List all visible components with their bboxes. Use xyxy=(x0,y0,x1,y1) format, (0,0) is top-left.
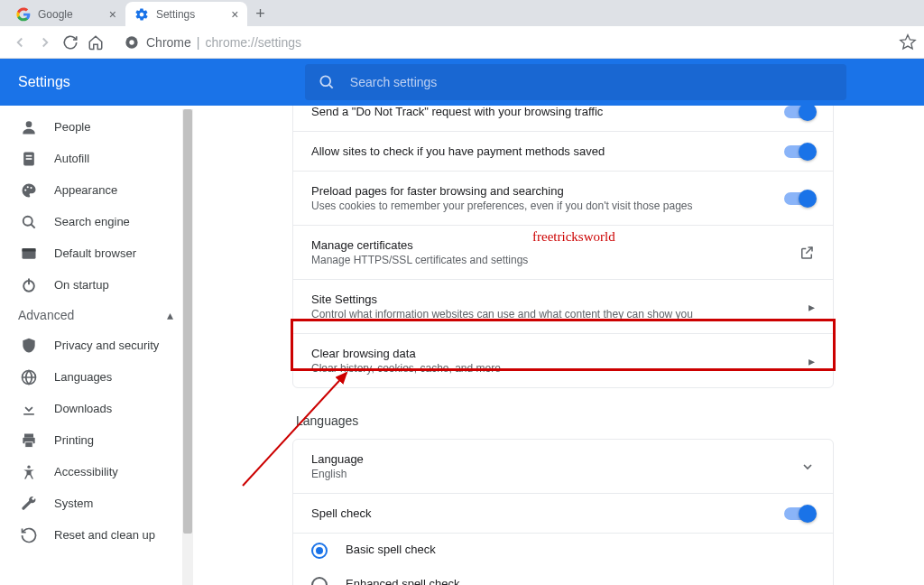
restore-icon xyxy=(20,526,38,544)
forward-button[interactable] xyxy=(32,30,58,55)
sidebar-item-label: System xyxy=(54,497,93,510)
sidebar-item-printing[interactable]: Printing xyxy=(0,424,193,456)
sidebar-item-label: On startup xyxy=(54,278,109,292)
chevron-right-icon: ▸ xyxy=(808,354,815,368)
search-icon xyxy=(20,213,38,231)
row-preload-pages[interactable]: Preload pages for faster browsing and se… xyxy=(293,172,833,226)
sidebar-item-accessibility[interactable]: Accessibility xyxy=(0,456,193,488)
sidebar-item-people[interactable]: People xyxy=(0,111,193,143)
browser-toolbar: Chrome | chrome://settings xyxy=(0,26,924,59)
sidebar-section-advanced[interactable]: Advanced ▴ xyxy=(0,301,193,330)
svg-point-1 xyxy=(129,40,134,44)
radio-label: Basic spell check xyxy=(346,543,436,556)
chevron-right-icon: ▸ xyxy=(808,300,815,314)
toggle-switch[interactable] xyxy=(784,145,815,158)
sidebar-section-label: Advanced xyxy=(18,308,74,322)
sidebar-item-languages[interactable]: Languages xyxy=(0,361,193,393)
sidebar-item-downloads[interactable]: Downloads xyxy=(0,393,193,424)
sidebar-item-system[interactable]: System xyxy=(0,488,193,519)
row-site-settings[interactable]: Site Settings Control what information w… xyxy=(293,280,833,334)
radio-button[interactable] xyxy=(311,577,328,585)
close-icon[interactable]: × xyxy=(109,7,116,22)
radio-enhanced-spell-check[interactable]: Enhanced spell check Uses the same spell… xyxy=(293,568,833,585)
sidebar-item-appearance[interactable]: Appearance xyxy=(0,174,193,206)
settings-sidebar: People Autofill Appearance Search engine… xyxy=(0,106,193,585)
sidebar-item-search-engine[interactable]: Search engine xyxy=(0,206,193,237)
browser-icon xyxy=(20,245,38,263)
sidebar-item-on-startup[interactable]: On startup xyxy=(0,269,193,301)
sidebar-item-label: People xyxy=(54,120,90,134)
svg-point-8 xyxy=(27,186,29,188)
sidebar-scrollbar-thumb[interactable] xyxy=(183,109,192,534)
annotation-watermark: freetricksworld xyxy=(532,229,615,245)
radio-label: Enhanced spell check xyxy=(346,577,723,585)
reload-button[interactable] xyxy=(58,30,83,55)
settings-header: Settings xyxy=(0,59,924,106)
row-language[interactable]: Language English xyxy=(293,440,833,494)
svg-point-9 xyxy=(30,187,32,189)
toggle-switch[interactable] xyxy=(784,192,815,205)
separator: | xyxy=(197,35,200,50)
row-title: Preload pages for faster browsing and se… xyxy=(311,184,773,198)
svg-point-10 xyxy=(23,216,32,225)
search-input[interactable] xyxy=(350,75,834,89)
row-subtitle: Uses cookies to remember your preference… xyxy=(311,200,773,212)
settings-main: Send a "Do Not Track" request with your … xyxy=(193,106,924,585)
sidebar-item-label: Languages xyxy=(54,370,112,384)
toggle-switch[interactable] xyxy=(784,106,815,118)
new-tab-button[interactable]: + xyxy=(247,1,273,26)
accessibility-icon xyxy=(20,463,38,481)
url-text: chrome://settings xyxy=(205,35,301,50)
chrome-word: Chrome xyxy=(146,35,191,50)
page-title: Settings xyxy=(18,74,70,90)
tab-label: Google xyxy=(38,8,73,21)
sidebar-item-label: Reset and clean up xyxy=(54,528,155,542)
search-icon xyxy=(318,73,336,91)
svg-rect-15 xyxy=(23,413,34,415)
palette-icon xyxy=(20,181,38,200)
external-link-icon xyxy=(799,245,815,261)
autofill-icon xyxy=(20,150,38,168)
search-settings[interactable] xyxy=(305,64,846,100)
wrench-icon xyxy=(20,495,38,513)
sidebar-item-reset[interactable]: Reset and clean up xyxy=(0,519,193,551)
row-do-not-track[interactable]: Send a "Do Not Track" request with your … xyxy=(293,106,833,132)
home-button[interactable] xyxy=(83,30,108,55)
row-subtitle: English xyxy=(311,468,790,480)
row-payment-methods[interactable]: Allow sites to check if you have payment… xyxy=(293,132,833,172)
row-title: Clear browsing data xyxy=(311,347,798,360)
sidebar-item-label: Default browser xyxy=(54,246,136,260)
chrome-product-icon xyxy=(125,35,139,50)
sidebar-item-default-browser[interactable]: Default browser xyxy=(0,237,193,269)
svg-point-2 xyxy=(320,76,330,86)
back-button[interactable] xyxy=(7,30,32,55)
sidebar-item-label: Privacy and security xyxy=(54,339,159,352)
bookmark-star-icon[interactable] xyxy=(899,33,917,51)
sidebar-item-autofill[interactable]: Autofill xyxy=(0,143,193,174)
row-spell-check[interactable]: Spell check xyxy=(293,494,833,534)
svg-point-19 xyxy=(27,465,30,468)
sidebar-item-label: Printing xyxy=(54,433,94,447)
section-title-languages: Languages xyxy=(292,406,834,439)
svg-rect-18 xyxy=(25,441,32,447)
google-favicon xyxy=(16,7,31,22)
row-subtitle: Clear history, cookies, cache, and more xyxy=(311,362,798,375)
sidebar-item-label: Appearance xyxy=(54,183,117,197)
radio-button[interactable] xyxy=(311,543,328,559)
download-icon xyxy=(20,400,38,418)
print-icon xyxy=(20,432,38,450)
radio-basic-spell-check[interactable]: Basic spell check xyxy=(293,534,833,568)
toggle-switch[interactable] xyxy=(784,507,815,520)
row-title: Allow sites to check if you have payment… xyxy=(311,144,773,158)
address-bar[interactable]: Chrome | chrome://settings xyxy=(116,30,892,55)
svg-point-3 xyxy=(26,121,32,127)
tab-google[interactable]: Google × xyxy=(7,2,125,26)
power-icon xyxy=(20,276,38,294)
row-clear-browsing-data[interactable]: Clear browsing data Clear history, cooki… xyxy=(293,334,833,387)
row-subtitle: Manage HTTPS/SSL certificates and settin… xyxy=(311,254,788,266)
svg-rect-12 xyxy=(23,248,36,251)
close-icon[interactable]: × xyxy=(231,7,238,22)
sidebar-item-privacy[interactable]: Privacy and security xyxy=(0,330,193,361)
tab-settings[interactable]: Settings × xyxy=(125,2,248,26)
row-title: Language xyxy=(311,452,790,466)
